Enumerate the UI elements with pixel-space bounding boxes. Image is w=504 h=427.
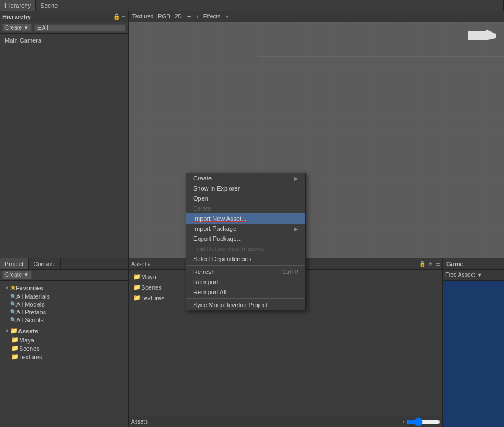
menu-item-select-dependencies[interactable]: Select Dependencies — [186, 254, 305, 264]
menu-open-label: Open — [193, 195, 208, 202]
project-tabs: Project Console — [0, 258, 128, 270]
tab-hierarchy[interactable]: Hierarchy — [0, 0, 36, 11]
favorites-models-label: All Models — [16, 301, 45, 308]
assets-tree-textures[interactable]: 📁 Textures — [2, 352, 126, 361]
assets-tree-arrow: ▼ — [4, 328, 10, 334]
menu-item-sync-monodevelop[interactable]: Sync MonoDevelop Project — [186, 300, 305, 310]
rgb-label: RGB — [158, 13, 170, 20]
hierarchy-panel: Hierarchy 🔒 ☰ Create ▼ Main Camera — [0, 11, 129, 263]
menu-export-package-label: Export Package... — [193, 235, 242, 242]
hierarchy-items: Main Camera — [0, 34, 128, 47]
menu-item-delete: Delete — [186, 203, 305, 214]
menu-create-label: Create — [193, 175, 212, 182]
hierarchy-controls: 🔒 ☰ — [113, 13, 126, 20]
favorites-section: ▼ ★ Favorites 🔍 All Materials 🔍 All Mode… — [2, 283, 126, 324]
menu-item-import-new-asset[interactable]: Import New Asset... — [186, 214, 305, 224]
search-icon-materials: 🔍 — [10, 294, 16, 299]
camera-object — [468, 28, 496, 44]
assets-textures-label: Textures — [141, 295, 165, 301]
tab-project[interactable]: Project — [0, 258, 29, 269]
search-icon-models: 🔍 — [10, 301, 16, 307]
menu-item-create[interactable]: Create ▶ — [186, 173, 305, 183]
game-aspect-arrow: ▼ — [477, 272, 482, 278]
assets-toolbar-label: Assets — [131, 261, 150, 267]
menu-reimport-all-label: Reimport All — [193, 289, 226, 295]
game-panel-header: Game — [443, 258, 504, 270]
menu-item-find-references: Find References In Scene — [186, 244, 305, 254]
top-bar: Hierarchy Scene — [0, 0, 504, 11]
menu-sync-monodevelop-label: Sync MonoDevelop Project — [193, 301, 268, 308]
favorites-item-scripts[interactable]: 🔍 All Scripts — [2, 316, 126, 324]
favorites-item-models[interactable]: 🔍 All Models — [2, 300, 126, 308]
hierarchy-tab-label: Hierarchy — [4, 2, 31, 9]
hierarchy-search-input[interactable] — [34, 24, 126, 32]
menu-import-new-asset-label: Import New Asset... — [193, 215, 246, 222]
assets-slider-area: ▪ — [402, 417, 440, 426]
menu-item-open[interactable]: Open — [186, 193, 305, 203]
maya-icon: 📁 — [133, 273, 141, 280]
favorites-header: ▼ ★ Favorites — [2, 283, 126, 293]
assets-bottom-label: Assets — [131, 419, 148, 425]
favorites-item-prefabs[interactable]: 🔍 All Prefabs — [2, 308, 126, 316]
svg-rect-0 — [468, 31, 486, 40]
menu-separator-2 — [186, 298, 305, 299]
scenes-folder-icon: 📁 — [11, 345, 19, 352]
hierarchy-panel-header: Hierarchy 🔒 ☰ — [0, 11, 128, 22]
assets-tree-section: ▼ 📁 Assets 📁 Maya 📁 Scenes 📁 Textu — [2, 326, 126, 361]
game-panel-toolbar: Free Aspect ▼ — [443, 270, 504, 281]
maya-folder-icon: 📁 — [11, 336, 19, 344]
hierarchy-title: Hierarchy — [2, 13, 31, 20]
favorites-materials-label: All Materials — [16, 293, 50, 300]
menu-item-show-explorer[interactable]: Show in Explorer — [186, 183, 305, 193]
slider-icon-left: ▪ — [402, 419, 404, 425]
menu-create-arrow: ▶ — [294, 175, 298, 182]
assets-tree-scenes[interactable]: 📁 Scenes — [2, 344, 126, 352]
assets-folder-icon: 📁 — [10, 327, 18, 335]
menu-item-reimport[interactable]: Reimport — [186, 277, 305, 287]
menu-reimport-label: Reimport — [193, 279, 218, 285]
textures-folder-icon: 📁 — [11, 353, 19, 360]
hierarchy-create-button[interactable]: Create ▼ — [2, 24, 32, 32]
grid-line-1 — [258, 118, 504, 118]
favorites-item-materials[interactable]: 🔍 All Materials — [2, 293, 126, 300]
audio-icon: ♪ — [196, 13, 199, 20]
tab-console[interactable]: Console — [29, 258, 60, 269]
menu-import-package-arrow: ▶ — [294, 226, 298, 232]
assets-tree-label: Assets — [18, 328, 38, 335]
project-tree: ▼ ★ Favorites 🔍 All Materials 🔍 All Mode… — [0, 281, 128, 427]
menu-refresh-shortcut: Ctrl+R — [282, 269, 298, 275]
menu-item-refresh[interactable]: Refresh Ctrl+R — [186, 267, 305, 277]
project-tab-label: Project — [4, 261, 24, 267]
menu-item-import-package[interactable]: Import Package ▶ — [186, 224, 305, 234]
project-content: ▼ ★ Favorites 🔍 All Materials 🔍 All Mode… — [0, 281, 128, 427]
menu-item-export-package[interactable]: Export Package... — [186, 234, 305, 244]
assets-size-slider[interactable] — [407, 417, 440, 426]
assets-maya-label: Maya — [141, 273, 156, 280]
effects-label: Effects — [203, 13, 220, 20]
game-title: Game — [446, 261, 464, 267]
project-create-button[interactable]: Create ▼ — [2, 271, 32, 279]
scene-tab-area: Scene — [36, 0, 504, 11]
menu-find-references-label: Find References In Scene — [193, 245, 264, 252]
assets-tree-textures-label: Textures — [19, 354, 43, 360]
camera-svg — [468, 28, 496, 44]
hierarchy-toolbar: Create ▼ — [0, 22, 128, 34]
assets-tree-maya-label: Maya — [19, 337, 34, 344]
scene-toolbar: Textured RGB 2D ☀ ♪ Effects ▼ — [129, 11, 504, 22]
lock-icon-assets: 🔒 — [419, 261, 426, 267]
console-tab-label: Console — [33, 261, 55, 267]
project-panel: Project Console Create ▼ ▼ ★ Favorites — [0, 258, 129, 427]
assets-tree-maya[interactable]: 📁 Maya — [2, 336, 126, 344]
menu-separator-1 — [186, 265, 305, 266]
menu-refresh-label: Refresh — [193, 268, 215, 275]
hierarchy-item-main-camera[interactable]: Main Camera — [2, 36, 126, 45]
game-panel: Game Free Aspect ▼ — [442, 258, 504, 427]
svg-marker-1 — [486, 29, 496, 40]
search-icon-scripts: 🔍 — [10, 317, 16, 323]
textures-icon: 📁 — [133, 294, 141, 301]
shading-label: Textured — [132, 13, 153, 20]
project-toolbar: Create ▼ — [0, 270, 128, 281]
menu-delete-label: Delete — [193, 205, 211, 212]
favorites-prefabs-label: All Prefabs — [16, 309, 46, 315]
menu-item-reimport-all[interactable]: Reimport All — [186, 287, 305, 297]
